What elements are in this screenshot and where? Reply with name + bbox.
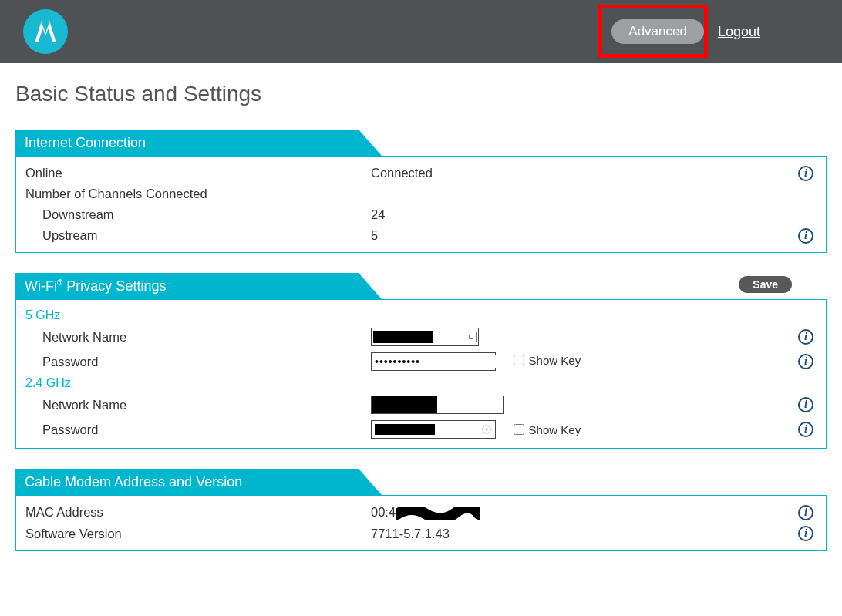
section-body-wifi: 5 GHz Network Name i Password xyxy=(15,299,827,449)
reveal-icon xyxy=(481,424,492,435)
section-body-internet: Online Connected i Number of Channels Co… xyxy=(15,156,827,253)
section-internet-connection: Internet Connection Online Connected i N… xyxy=(15,130,827,253)
row-online: Online Connected i xyxy=(24,163,818,183)
showkey-24ghz-checkbox[interactable] xyxy=(514,424,524,435)
value-downstream: 24 xyxy=(371,207,818,222)
row-mac-address: MAC Address 00:4 i xyxy=(24,502,818,523)
info-icon[interactable]: i xyxy=(798,397,813,412)
password-5ghz-input-wrap[interactable] xyxy=(371,352,496,371)
svg-point-3 xyxy=(485,428,488,431)
mac-visible-prefix: 00:4 xyxy=(371,505,396,519)
section-header-modem: Cable Modem Address and Version xyxy=(15,469,359,495)
showkey-5ghz[interactable]: Show Key xyxy=(514,354,581,367)
row-24ghz-ssid: Network Name i xyxy=(24,392,818,417)
password-24ghz-input-wrap[interactable] xyxy=(371,420,496,439)
info-icon[interactable]: i xyxy=(798,526,813,541)
section-header-internet: Internet Connection xyxy=(15,130,359,156)
info-icon[interactable]: i xyxy=(798,228,813,244)
value-5ghz-password: Show Key xyxy=(371,352,818,371)
info-icon[interactable]: i xyxy=(798,354,813,369)
row-5ghz-ssid: Network Name i xyxy=(24,325,818,349)
info-icon[interactable]: i xyxy=(798,166,813,181)
row-channels-heading: Number of Channels Connected xyxy=(24,183,818,204)
label-24ghz-ssid: Network Name xyxy=(24,398,371,412)
wifi-title-prefix: Wi-Fi xyxy=(25,278,57,294)
row-upstream: Upstream 5 i xyxy=(24,225,818,246)
save-button[interactable]: Save xyxy=(739,276,792,293)
page-title: Basic Status and Settings xyxy=(15,82,827,106)
band-5ghz-label: 5 GHz xyxy=(24,306,818,325)
motorola-logo-icon xyxy=(32,19,59,45)
label-online: Online xyxy=(24,166,371,180)
logout-link[interactable]: Logout xyxy=(718,24,760,40)
value-software: 7711-5.7.1.43 xyxy=(371,527,818,541)
top-bar-right: Advanced Logout xyxy=(611,19,827,44)
label-5ghz-ssid: Network Name xyxy=(24,330,371,345)
showkey-5ghz-checkbox[interactable] xyxy=(514,355,524,365)
label-upstream: Upstream xyxy=(24,228,371,243)
showkey-24ghz-label: Show Key xyxy=(529,423,581,436)
label-channels: Number of Channels Connected xyxy=(24,187,371,201)
redacted-icon xyxy=(373,331,433,343)
section-wifi-privacy: Wi-Fi® Privacy Settings Save 5 GHz Netwo… xyxy=(15,273,827,449)
row-5ghz-password: Password Show Key i xyxy=(24,349,818,374)
value-24ghz-ssid xyxy=(371,396,818,414)
info-icon[interactable]: i xyxy=(798,505,813,520)
value-upstream: 5 xyxy=(371,228,818,243)
value-5ghz-ssid xyxy=(371,328,818,346)
showkey-24ghz[interactable]: Show Key xyxy=(514,423,581,436)
row-24ghz-password: Password Show Key i xyxy=(24,417,818,442)
top-bar: Advanced Logout xyxy=(0,0,842,63)
label-mac: MAC Address xyxy=(24,505,371,520)
section-header-wifi: Wi-Fi® Privacy Settings xyxy=(15,273,359,299)
wifi-title-suffix: Privacy Settings xyxy=(62,278,166,294)
redacted-scribble-icon xyxy=(396,507,480,520)
ssid-24ghz-input[interactable] xyxy=(371,396,504,414)
ssid-5ghz-input-wrap[interactable] xyxy=(371,328,479,346)
info-icon[interactable]: i xyxy=(798,329,813,345)
section-body-modem: MAC Address 00:4 i Software Version 7711… xyxy=(15,495,827,551)
showkey-5ghz-label: Show Key xyxy=(529,354,581,367)
row-downstream: Downstream 24 xyxy=(24,204,818,225)
section-modem-info: Cable Modem Address and Version MAC Addr… xyxy=(15,469,827,551)
label-24ghz-password: Password xyxy=(24,422,371,437)
main-content: Basic Status and Settings Internet Conne… xyxy=(0,63,842,564)
value-online: Connected xyxy=(371,166,818,180)
keyboard-icon xyxy=(466,332,477,342)
value-24ghz-password: Show Key xyxy=(371,420,818,439)
advanced-button[interactable]: Advanced xyxy=(611,19,704,44)
password-5ghz-input[interactable] xyxy=(375,355,510,368)
band-24ghz-label: 2.4 GHz xyxy=(24,374,818,392)
redacted-icon xyxy=(375,424,435,435)
row-software-version: Software Version 7711-5.7.1.43 i xyxy=(24,523,818,544)
label-downstream: Downstream xyxy=(24,207,371,222)
motorola-logo xyxy=(23,9,68,54)
label-software: Software Version xyxy=(24,527,371,541)
value-mac: 00:4 xyxy=(371,505,818,520)
label-5ghz-password: Password xyxy=(24,355,371,369)
info-icon[interactable]: i xyxy=(798,422,813,437)
